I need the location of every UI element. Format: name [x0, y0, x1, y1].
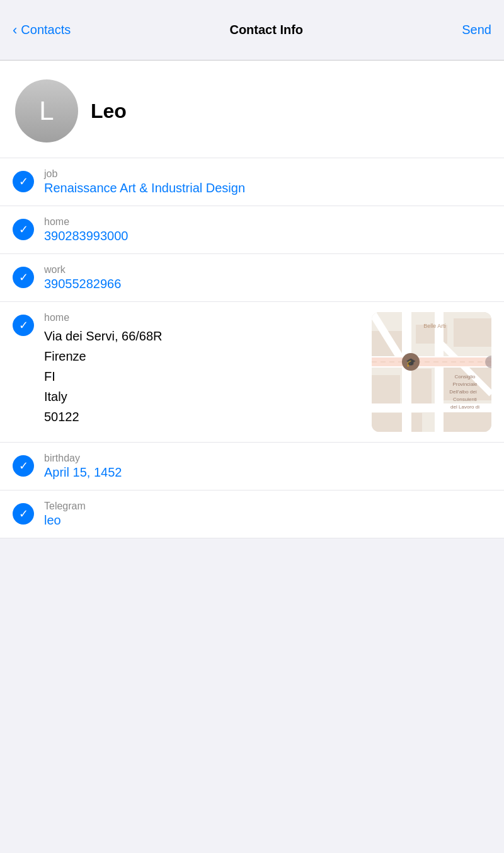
nav-bar: ‹ Contacts Contact Info Send: [0, 0, 504, 61]
svg-rect-11: [402, 312, 411, 432]
work-phone-content: work 39055282966: [44, 264, 491, 291]
svg-rect-12: [435, 312, 444, 432]
address-line1: Via dei Servi, 66/68R: [44, 326, 362, 346]
checkmark-icon: ✓: [19, 320, 28, 331]
address-content: home Via dei Servi, 66/68R Firenze FI It…: [44, 312, 362, 427]
address-line4: Italy: [44, 386, 362, 407]
address-lines: Via dei Servi, 66/68R Firenze FI Italy 5…: [44, 326, 362, 427]
svg-text:Belle Arti: Belle Arti: [423, 323, 446, 329]
info-list: ✓ job Renaissance Art & Industrial Desig…: [0, 158, 504, 538]
check-circle-work-phone[interactable]: ✓: [13, 267, 34, 288]
check-circle-telegram[interactable]: ✓: [13, 503, 34, 525]
checkmark-icon: ✓: [19, 176, 28, 187]
address-line5: 50122: [44, 407, 362, 427]
home-phone-value[interactable]: 390283993000: [44, 229, 491, 243]
job-value[interactable]: Renaissance Art & Industrial Design: [44, 181, 491, 195]
checkmark-icon: ✓: [19, 272, 28, 283]
address-line3: FI: [44, 366, 362, 386]
job-label: job: [44, 168, 491, 180]
home-phone-row: ✓ home 390283993000: [0, 206, 504, 254]
svg-text:Dell'albo dei: Dell'albo dei: [449, 389, 477, 395]
check-circle-birthday[interactable]: ✓: [13, 455, 34, 477]
svg-text:Consulenti: Consulenti: [453, 397, 477, 402]
svg-text:Consiglio: Consiglio: [455, 374, 476, 380]
work-phone-value[interactable]: 39055282966: [44, 277, 491, 291]
telegram-value[interactable]: leo: [44, 513, 491, 528]
home-phone-label: home: [44, 216, 491, 228]
svg-text:Provinciale: Provinciale: [452, 381, 478, 387]
avatar-letter: L: [39, 96, 54, 126]
birthday-content: birthday April 15, 1452: [44, 453, 491, 480]
svg-text:del Lavoro di: del Lavoro di: [450, 404, 479, 410]
telegram-row: ✓ Telegram leo: [0, 490, 504, 538]
birthday-value[interactable]: April 15, 1452: [44, 465, 491, 480]
address-line2: Firenze: [44, 346, 362, 366]
check-circle-home-phone[interactable]: ✓: [13, 219, 34, 240]
checkmark-icon: ✓: [19, 224, 28, 235]
birthday-row: ✓ birthday April 15, 1452: [0, 443, 504, 490]
telegram-content: Telegram leo: [44, 501, 491, 528]
telegram-label: Telegram: [44, 501, 491, 512]
birthday-label: birthday: [44, 453, 491, 464]
map-svg: 🎓 Belle Arti Consiglio Provinciale Dell'…: [372, 312, 491, 432]
chevron-left-icon: ‹: [13, 23, 17, 37]
checkmark-icon: ✓: [19, 508, 28, 519]
page-title: Contact Info: [229, 23, 303, 37]
contact-name: Leo: [91, 100, 127, 123]
job-content: job Renaissance Art & Industrial Design: [44, 168, 491, 195]
check-circle-job[interactable]: ✓: [13, 171, 34, 192]
svg-rect-7: [372, 413, 422, 432]
checkmark-icon: ✓: [19, 460, 28, 472]
send-button[interactable]: Send: [462, 23, 491, 37]
address-label: home: [44, 312, 362, 323]
avatar: L: [15, 79, 78, 142]
work-phone-row: ✓ work 39055282966: [0, 254, 504, 302]
back-button[interactable]: ‹ Contacts: [13, 23, 71, 37]
map-thumbnail[interactable]: 🎓 Belle Arti Consiglio Provinciale Dell'…: [372, 312, 491, 432]
home-phone-content: home 390283993000: [44, 216, 491, 243]
svg-rect-3: [454, 318, 491, 347]
job-row: ✓ job Renaissance Art & Industrial Desig…: [0, 158, 504, 206]
check-circle-address[interactable]: ✓: [13, 315, 34, 336]
work-phone-label: work: [44, 264, 491, 276]
back-label: Contacts: [21, 23, 71, 37]
address-row: ✓ home Via dei Servi, 66/68R Firenze FI …: [0, 302, 504, 443]
svg-rect-4: [372, 375, 400, 407]
profile-section: L Leo: [0, 61, 504, 158]
svg-text:🎓: 🎓: [406, 357, 416, 368]
